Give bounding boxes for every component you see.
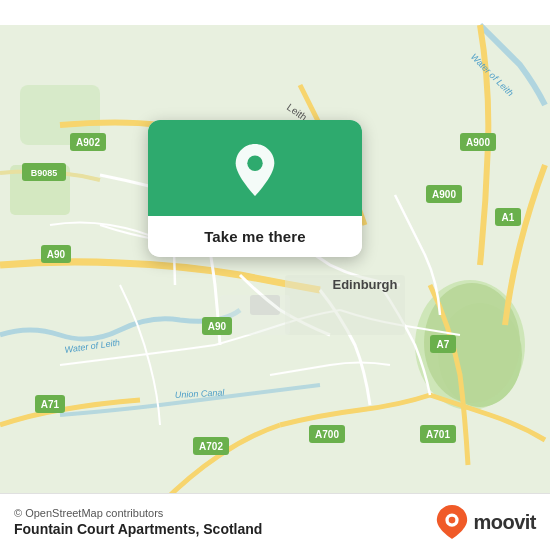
- svg-text:A702: A702: [199, 441, 223, 452]
- svg-text:A71: A71: [41, 399, 60, 410]
- svg-point-39: [247, 156, 262, 171]
- osm-credit: © OpenStreetMap contributors: [14, 507, 262, 519]
- location-pin-icon: [230, 142, 280, 198]
- moovit-pin-icon: [436, 504, 468, 540]
- svg-point-41: [449, 517, 456, 524]
- bottom-bar: © OpenStreetMap contributors Fountain Co…: [0, 493, 550, 550]
- svg-text:A90: A90: [47, 249, 66, 260]
- svg-text:A701: A701: [426, 429, 450, 440]
- bottom-info: © OpenStreetMap contributors Fountain Co…: [14, 507, 262, 537]
- location-name: Fountain Court Apartments, Scotland: [14, 521, 262, 537]
- svg-text:B9085: B9085: [31, 168, 58, 178]
- svg-text:A900: A900: [432, 189, 456, 200]
- svg-text:Edinburgh: Edinburgh: [333, 277, 398, 292]
- moovit-logo: moovit: [436, 504, 536, 540]
- map-container: A902 B9085 A900 A900 A1 A90 A90 Edinburg…: [0, 0, 550, 550]
- take-me-there-button[interactable]: Take me there: [148, 216, 362, 257]
- svg-text:A7: A7: [437, 339, 450, 350]
- moovit-brand-text: moovit: [473, 511, 536, 534]
- popup-icon-area: [148, 120, 362, 216]
- svg-text:A90: A90: [208, 321, 227, 332]
- popup-card: Take me there: [148, 120, 362, 257]
- svg-text:A900: A900: [466, 137, 490, 148]
- svg-text:A1: A1: [502, 212, 515, 223]
- svg-text:A902: A902: [76, 137, 100, 148]
- svg-text:A700: A700: [315, 429, 339, 440]
